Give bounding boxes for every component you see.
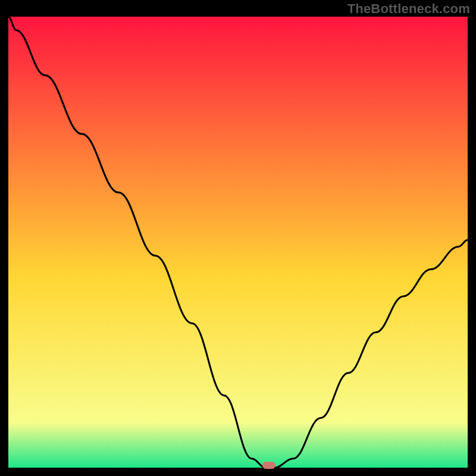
gradient-background [8,17,468,468]
optimal-point-marker [262,462,275,469]
watermark-text: TheBottleneck.com [347,1,470,17]
bottleneck-plot [8,17,468,468]
chart-stage: TheBottleneck.com [0,0,476,476]
